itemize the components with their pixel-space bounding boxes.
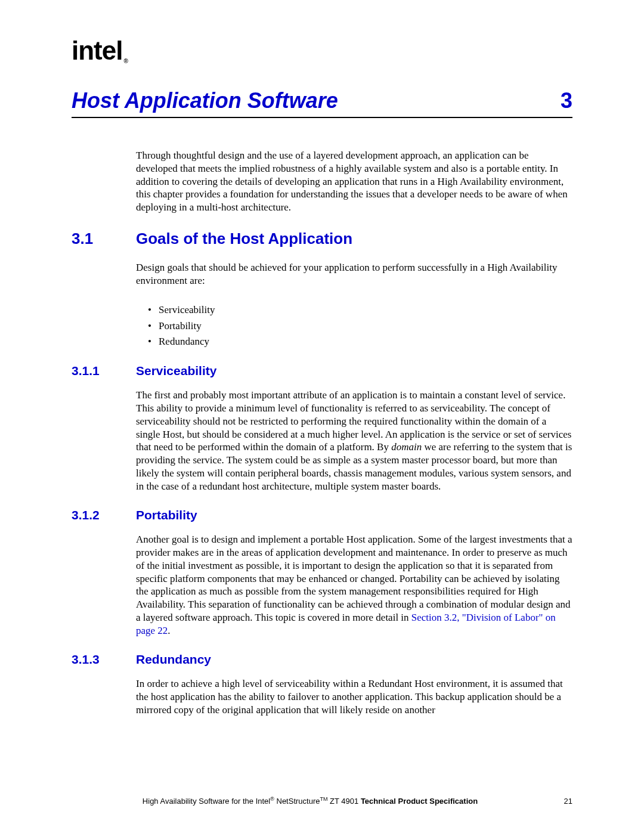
heading-text: Goals of the Host Application [136,230,352,248]
page-number: 21 [549,797,572,806]
goals-list: Serviceability Portability Redundancy [148,302,572,349]
heading-text: Redundancy [136,652,211,667]
heading-num: 3.1 [72,230,136,248]
page-footer: High Availability Software for the Intel… [72,796,572,806]
heading-num: 3.1.1 [72,364,136,378]
logo-text: intel [72,36,122,65]
section-3-1-lead: Design goals that should be achieved for… [136,261,572,287]
text-part: Another goal is to design and implement … [136,534,572,623]
redundancy-paragraph: In order to achieve a high level of serv… [136,677,572,716]
footer-bold: Technical Product Specification [361,797,478,806]
heading-3-1: 3.1 Goals of the Host Application [72,230,572,248]
heading-3-1-1: 3.1.1 Serviceability [72,364,572,378]
chapter-number: 3 [561,88,572,113]
serviceability-paragraph: The first and probably most important at… [136,389,572,493]
portability-paragraph: Another goal is to design and implement … [136,533,572,637]
chapter-header: Host Application Software 3 [72,88,572,118]
intro-paragraph: Through thoughtful design and the use of… [136,149,572,214]
heading-3-1-3: 3.1.3 Redundancy [72,652,572,667]
list-item: Redundancy [148,334,572,349]
footer-text: High Availability Software for the Intel… [72,796,549,806]
intel-logo: intel® [72,36,126,66]
footer-tm: TM [320,796,327,802]
footer-reg: ® [270,796,274,802]
chapter-title: Host Application Software [72,88,338,113]
text-part: . [168,625,170,636]
heading-text: Serviceability [136,364,216,378]
footer-mid: NetStructure [274,797,320,806]
list-item: Portability [148,318,572,334]
heading-num: 3.1.2 [72,508,136,522]
heading-3-1-2: 3.1.2 Portability [72,508,572,522]
heading-num: 3.1.3 [72,652,136,667]
heading-text: Portability [136,508,197,522]
footer-pre: High Availability Software for the Intel [143,797,270,806]
logo-registered: ® [123,58,127,64]
list-item: Serviceability [148,302,572,318]
footer-post: ZT 4901 [327,797,360,806]
text-emphasis: domain [391,441,422,453]
